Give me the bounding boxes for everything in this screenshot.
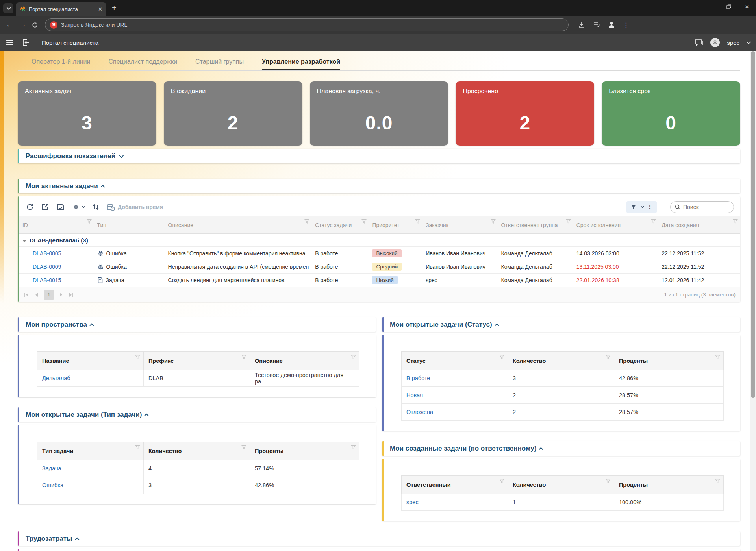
col-customer[interactable]: Заказчик <box>422 216 498 234</box>
filter-funnel-icon[interactable] <box>499 355 504 360</box>
menu-icon[interactable] <box>6 40 13 45</box>
open-by-status-header[interactable]: Мои открытые задачи (Статус) <box>382 317 740 332</box>
filter-funnel-icon[interactable] <box>606 479 611 484</box>
assignee-link[interactable]: spec <box>406 499 419 505</box>
col-prefix[interactable]: Префикс <box>143 352 250 370</box>
filter-funnel-icon[interactable] <box>135 445 140 450</box>
username[interactable]: spec <box>727 39 739 46</box>
space-link[interactable]: Дельталаб <box>42 375 70 381</box>
next-page-icon[interactable] <box>59 292 63 297</box>
back-icon[interactable]: ← <box>5 21 14 29</box>
kpi-card-waiting[interactable]: В ожидании 2 <box>164 81 302 146</box>
task-id-link[interactable]: DLAB-0009 <box>33 264 61 270</box>
tab-group-senior[interactable]: Старший группы <box>195 58 244 70</box>
col-description[interactable]: Описание <box>165 216 312 234</box>
page-scrollbar[interactable] <box>750 51 756 551</box>
active-tasks-header[interactable]: Мои активные задачи <box>18 179 740 193</box>
forward-icon[interactable]: → <box>18 21 28 29</box>
col-count[interactable]: Количество <box>508 352 614 370</box>
table-row[interactable]: DLAB-0005 Ошибка Кнопка "Отправить" в фо… <box>19 247 740 260</box>
filter-funnel-icon[interactable] <box>566 219 571 224</box>
table-row[interactable]: DLAB-0015 Задача Создать лендинг для мар… <box>19 274 740 287</box>
status-link[interactable]: Отложена <box>406 409 433 415</box>
filter-funnel-icon[interactable] <box>351 445 356 450</box>
tab-support-specialist[interactable]: Специалист поддержки <box>108 58 177 70</box>
status-link[interactable]: В работе <box>406 375 430 381</box>
group-row[interactable]: DLAB-Дельталаб (3) <box>19 234 740 247</box>
col-due-date[interactable]: Срок исполнения <box>573 216 659 234</box>
first-page-icon[interactable] <box>24 292 29 297</box>
worklog-header[interactable]: Трудозатраты <box>18 531 740 546</box>
profile-icon[interactable] <box>608 21 615 28</box>
logout-icon[interactable] <box>22 39 30 46</box>
scrollbar-thumb[interactable] <box>751 51 755 398</box>
table-row[interactable]: Задача 4 57.14% <box>37 460 359 477</box>
browser-menu-icon[interactable]: ⋮ <box>623 21 629 29</box>
col-created-date[interactable]: Дата создания <box>658 216 740 234</box>
col-priority[interactable]: Приоритет <box>369 216 422 234</box>
search-input[interactable] <box>683 204 726 210</box>
filter-funnel-icon[interactable] <box>241 445 246 450</box>
filter-funnel-icon[interactable] <box>241 355 246 360</box>
col-percent[interactable]: Проценты <box>614 352 723 370</box>
filter-funnel-icon[interactable] <box>606 355 611 360</box>
browser-tab[interactable]: Портал специалиста ✕ <box>16 2 106 16</box>
tab-development-management[interactable]: Управление разработкой <box>262 58 340 70</box>
filter-funnel-icon[interactable] <box>87 219 92 224</box>
kpi-card-due-soon[interactable]: Близится срок 0 <box>602 81 740 146</box>
col-percent[interactable]: Проценты <box>250 442 359 460</box>
kpi-card-planned-load[interactable]: Плановая загрузка, ч. 0.0 <box>310 81 448 146</box>
grid-search[interactable] <box>670 201 734 213</box>
col-assignee[interactable]: Ответственный <box>402 476 508 494</box>
col-name[interactable]: Название <box>37 352 144 370</box>
chat-icon[interactable] <box>695 39 703 46</box>
col-percent[interactable]: Проценты <box>614 476 723 494</box>
table-row[interactable]: spec 1 100.00% <box>402 494 724 511</box>
kpi-card-overdue[interactable]: Просрочено 2 <box>456 81 594 146</box>
filter-funnel-icon[interactable] <box>135 355 140 360</box>
filter-funnel-icon[interactable] <box>715 355 720 360</box>
tab-operator-first-line[interactable]: Оператор 1-й линии <box>32 58 90 70</box>
add-time-button[interactable]: Добавить время <box>107 203 163 211</box>
sort-icon[interactable] <box>91 203 100 211</box>
settings-dropdown[interactable] <box>72 203 84 211</box>
refresh-icon[interactable] <box>26 203 34 211</box>
table-row[interactable]: Дельталаб DLAB Тестовое демо-пространств… <box>37 370 359 387</box>
col-count[interactable]: Количество <box>143 442 250 460</box>
save-view-icon[interactable] <box>56 203 65 211</box>
url-input[interactable]: Я Запрос в Яндекс или URL <box>45 18 569 31</box>
filter-funnel-icon[interactable] <box>415 219 420 224</box>
last-page-icon[interactable] <box>69 292 74 297</box>
type-link[interactable]: Ошибка <box>42 482 63 488</box>
table-row[interactable]: В работе 3 42.86% <box>402 370 724 387</box>
col-status[interactable]: Статус задачи <box>312 216 369 234</box>
filter-funnel-icon[interactable] <box>651 219 656 224</box>
user-avatar[interactable] <box>710 38 720 47</box>
col-responsible-group[interactable]: Ответственная группа <box>498 216 573 234</box>
collapse-triangle-icon[interactable] <box>22 240 26 242</box>
col-id[interactable]: ID <box>19 216 94 234</box>
created-by-assignee-header[interactable]: Мои созданные задачи (по ответственному) <box>382 441 740 456</box>
col-type[interactable]: Тип <box>94 216 165 234</box>
filter-funnel-icon[interactable] <box>733 219 738 224</box>
table-row[interactable]: DLAB-0009 Ошибка Неправильная дата созда… <box>19 260 740 274</box>
filter-funnel-icon[interactable] <box>491 219 496 224</box>
tab-list-chevron-button[interactable] <box>3 3 13 13</box>
type-link[interactable]: Задача <box>42 465 61 471</box>
filter-funnel-icon[interactable] <box>361 219 367 224</box>
new-tab-button[interactable]: + <box>112 4 117 13</box>
filter-button[interactable]: ⋮ <box>626 201 657 213</box>
reload-icon[interactable] <box>32 22 41 28</box>
col-task-type[interactable]: Тип задачи <box>37 442 144 460</box>
table-row[interactable]: Новая 2 28.57% <box>402 387 724 404</box>
decode-indicators-bar[interactable]: Расшифровка показателей <box>18 149 740 163</box>
col-count[interactable]: Количество <box>508 476 614 494</box>
task-id-link[interactable]: DLAB-0005 <box>33 250 61 257</box>
tab-close-icon[interactable]: ✕ <box>98 6 102 12</box>
open-by-type-header[interactable]: Мои открытые задачи (Тип задачи) <box>18 407 376 422</box>
status-link[interactable]: Новая <box>406 392 423 398</box>
table-row[interactable]: Ошибка 3 42.86% <box>37 477 359 494</box>
col-status[interactable]: Статус <box>402 352 508 370</box>
kpi-card-active-tasks[interactable]: Активных задач 3 <box>18 81 156 146</box>
window-minimize-button[interactable]: — <box>702 0 720 13</box>
